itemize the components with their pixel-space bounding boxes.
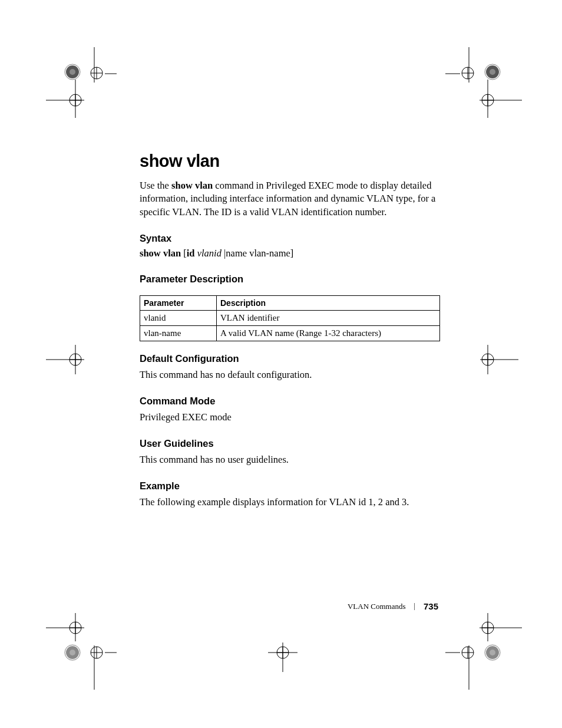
syntax-heading: Syntax bbox=[140, 233, 440, 244]
desc-prefix: Use the bbox=[140, 180, 171, 191]
syntax-tail: |name vlan-name] bbox=[222, 248, 293, 259]
table-row: vlan-name A valid VLAN name (Range 1-32 … bbox=[140, 325, 440, 341]
table-row: vlanid VLAN identifier bbox=[140, 310, 440, 325]
td-param: vlan-name bbox=[140, 325, 217, 341]
example-body: The following example displays informati… bbox=[140, 495, 440, 509]
page-content: show vlan Use the show vlan command in P… bbox=[140, 151, 440, 523]
default-config-section: Default Configuration This command has n… bbox=[140, 353, 440, 381]
command-mode-section: Command Mode Privileged EXEC mode bbox=[140, 396, 440, 424]
syntax-vlanid: vlanid bbox=[197, 248, 222, 259]
th-parameter: Parameter bbox=[140, 295, 217, 310]
example-section: Example The following example displays i… bbox=[140, 480, 440, 509]
command-mode-body: Privileged EXEC mode bbox=[140, 410, 440, 424]
svg-point-4 bbox=[70, 69, 75, 75]
crop-mark-bottom-right bbox=[445, 613, 528, 690]
param-table: Parameter Description vlanid VLAN identi… bbox=[140, 295, 440, 341]
syntax-line: show vlan [id vlanid |name vlan-name] bbox=[140, 248, 440, 259]
footer-page-number: 735 bbox=[424, 601, 438, 611]
crop-mark-mid-left bbox=[46, 345, 87, 374]
example-heading: Example bbox=[140, 480, 440, 492]
crop-mark-top-left bbox=[46, 47, 117, 118]
command-title: show vlan bbox=[140, 151, 440, 171]
table-header-row: Parameter Description bbox=[140, 295, 440, 310]
crop-mark-mid-right bbox=[477, 345, 518, 374]
user-guidelines-body: This command has no user guidelines. bbox=[140, 453, 440, 466]
crop-mark-bottom-center bbox=[265, 637, 300, 672]
td-param: vlanid bbox=[140, 310, 217, 325]
td-desc: VLAN identifier bbox=[217, 310, 440, 325]
svg-point-66 bbox=[490, 650, 495, 655]
syntax-id: id bbox=[187, 248, 195, 259]
td-desc: A valid VLAN name (Range 1-32 characters… bbox=[217, 325, 440, 341]
param-desc-section: Parameter Description Parameter Descript… bbox=[140, 274, 440, 341]
syntax-section: Syntax show vlan [id vlanid |name vlan-n… bbox=[140, 233, 440, 259]
svg-point-20 bbox=[490, 69, 495, 75]
footer-divider: | bbox=[414, 602, 415, 611]
command-mode-heading: Command Mode bbox=[140, 396, 440, 407]
command-description: Use the show vlan command in Privileged … bbox=[140, 179, 440, 219]
footer-section-name: VLAN Commands bbox=[348, 602, 406, 611]
user-guidelines-section: User Guidelines This command has no user… bbox=[140, 438, 440, 466]
syntax-cmd: show vlan bbox=[140, 248, 181, 259]
svg-point-48 bbox=[70, 650, 75, 655]
user-guidelines-heading: User Guidelines bbox=[140, 438, 440, 449]
default-config-heading: Default Configuration bbox=[140, 353, 440, 364]
page-footer: VLAN Commands | 735 bbox=[348, 601, 438, 611]
syntax-bracket: [ bbox=[181, 248, 187, 259]
crop-mark-bottom-left bbox=[46, 613, 117, 690]
desc-bold: show vlan bbox=[171, 180, 213, 191]
param-desc-heading: Parameter Description bbox=[140, 274, 440, 285]
th-description: Description bbox=[217, 295, 440, 310]
default-config-body: This command has no default configuratio… bbox=[140, 368, 440, 381]
crop-mark-top-right bbox=[445, 47, 528, 118]
